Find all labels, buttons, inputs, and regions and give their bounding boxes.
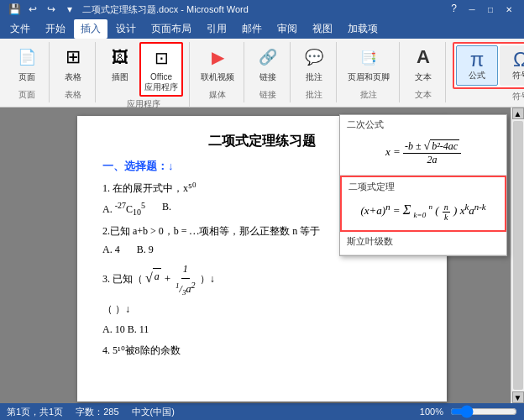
zoom-slider[interactable] <box>450 405 517 418</box>
scroll-up-button[interactable]: ▲ <box>512 108 524 119</box>
link-button[interactable]: 🔗 链接 <box>251 42 285 86</box>
menu-mail[interactable]: 邮件 <box>235 19 269 39</box>
menu-home[interactable]: 开始 <box>39 19 72 39</box>
menu-file[interactable]: 文件 <box>3 19 37 39</box>
ribbon-group-links: 🔗 链接 链接 <box>246 42 291 102</box>
redo-icon[interactable]: ↪ <box>44 2 59 17</box>
symbol-button[interactable]: Ω 符号 <box>500 45 524 86</box>
status-right: 100% <box>420 405 517 418</box>
help-icon[interactable]: ? <box>446 3 462 16</box>
page-info: 第1页，共1页 <box>7 406 63 418</box>
table-button[interactable]: ⊞ 表格 <box>56 42 90 86</box>
fourier-section[interactable]: 斯立叶级数 <box>340 232 506 255</box>
ribbon-group-illustrations: 🖼 插图 ⊡ Office应用程序 应用程序 <box>97 42 190 112</box>
maximize-button[interactable]: □ <box>482 3 499 16</box>
ribbon-group-table: ⊞ 表格 表格 <box>51 42 96 102</box>
language: 中文(中国) <box>132 406 175 418</box>
fourier-title: 斯立叶级数 <box>347 235 500 248</box>
ribbon-pages-buttons: 📄 页面 <box>10 42 44 87</box>
binomial-theorem-display: (x+a)n = Σ k=0 n ( n k ) xkan-k <box>348 197 498 227</box>
menu-references[interactable]: 引用 <box>200 19 233 39</box>
scroll-thumb[interactable] <box>513 121 523 390</box>
title-text: 二项式定理练习题.docx - Microsoft Word <box>82 3 249 16</box>
page-button[interactable]: 📄 页面 <box>10 42 44 86</box>
save-icon[interactable]: 💾 <box>7 2 22 17</box>
binomial-theorem-section[interactable]: 二项式定理 (x+a)n = Σ k=0 n ( n k ) xkan-k <box>340 176 506 232</box>
text-group-label: 文本 <box>415 89 432 101</box>
omega-icon: Ω <box>513 50 524 70</box>
table-label: 表格 <box>65 71 81 83</box>
question-3-options: A. 10 B. 11 <box>102 322 422 338</box>
office-icon: ⊡ <box>149 45 174 71</box>
vertical-scrollbar[interactable]: ▲ ▼ <box>511 108 524 403</box>
ribbon-text-buttons: A 文本 <box>406 42 440 87</box>
links-group-label: 链接 <box>259 89 276 101</box>
undo-icon[interactable]: ↩ <box>25 2 40 17</box>
q1-option-b: B. <box>162 201 171 217</box>
text-button[interactable]: A 文本 <box>406 42 440 86</box>
header-footer-label: 页眉和页脚 <box>348 71 390 83</box>
menu-view[interactable]: 视图 <box>306 19 339 39</box>
menu-addins[interactable]: 加载项 <box>341 19 385 39</box>
formula-panel: 二次公式 x = -b ± √b²-4ac 2a 二项式定理 (x+a)n = … <box>339 114 507 256</box>
page-label: 页面 <box>18 71 35 83</box>
menu-page-layout[interactable]: 页面布局 <box>144 19 198 39</box>
formula-button[interactable]: π 公式 <box>456 45 498 86</box>
table-group-label: 表格 <box>65 89 81 101</box>
ribbon-group-pages: 📄 页面 页面 <box>5 42 50 102</box>
page-icon: 📄 <box>14 45 39 70</box>
scroll-down-button[interactable]: ▼ <box>512 391 524 403</box>
pages-group-label: 页面 <box>18 89 35 101</box>
customize-icon[interactable]: ▾ <box>62 2 77 17</box>
header-footer-group-label: 批注 <box>360 89 377 101</box>
comment-label: 批注 <box>306 71 322 83</box>
ribbon-group-header-footer: 📑 页眉和页脚 批注 <box>338 42 400 102</box>
video-label: 联机视频 <box>201 71 234 83</box>
title-bar-controls: ? ─ □ ✕ <box>446 3 517 16</box>
office-apps-button[interactable]: ⊡ Office应用程序 <box>139 42 183 97</box>
ribbon-comments-buttons: 💬 批注 <box>297 42 331 87</box>
online-video-button[interactable]: ▶ 联机视频 <box>196 42 238 86</box>
quadratic-formula-section[interactable]: 二次公式 x = -b ± √b²-4ac 2a <box>340 115 506 176</box>
link-icon: 🔗 <box>255 45 280 70</box>
comment-button[interactable]: 💬 批注 <box>297 42 331 86</box>
illustration-button[interactable]: 🖼 插图 <box>103 42 137 86</box>
q1-option-a: A. -27C105 <box>102 201 145 217</box>
menu-bar: 文件 开始 插入 设计 页面布局 引用 邮件 审阅 视图 加载项 <box>0 18 524 39</box>
minimize-button[interactable]: ─ <box>464 3 480 16</box>
ribbon-group-symbols: π 公式 Ω 符号 # 编号 符号 <box>448 42 524 104</box>
close-button[interactable]: ✕ <box>500 3 517 16</box>
menu-review[interactable]: 审阅 <box>270 19 304 39</box>
table-icon: ⊞ <box>60 45 86 70</box>
pi-icon: π <box>470 50 485 70</box>
ribbon-group-media: ▶ 联机视频 媒体 <box>191 42 244 102</box>
document-area: 二项式定理练习题 一、选择题：↓ 1. 在的展开式中，x⁵0 A. -27C10… <box>0 108 524 403</box>
media-group-label: 媒体 <box>209 89 226 101</box>
link-label: 链接 <box>259 71 276 83</box>
header-footer-button[interactable]: 📑 页眉和页脚 <box>343 42 394 86</box>
formula-label: 公式 <box>469 70 485 81</box>
quick-access-toolbar: 💾 ↩ ↪ ▾ <box>7 2 77 17</box>
office-label: Office应用程序 <box>144 72 178 93</box>
ribbon-table-buttons: ⊞ 表格 <box>56 42 90 87</box>
title-bar: 💾 ↩ ↪ ▾ 二项式定理练习题.docx - Microsoft Word ?… <box>0 0 524 18</box>
menu-insert[interactable]: 插入 <box>74 19 107 39</box>
q3-options: （ ）↓ <box>102 302 422 317</box>
menu-design[interactable]: 设计 <box>109 19 143 39</box>
text-label: 文本 <box>415 71 432 83</box>
word-count: 字数：285 <box>76 406 118 418</box>
symbol-group-container: π 公式 Ω 符号 # 编号 <box>453 42 524 89</box>
ribbon-links-buttons: 🔗 链接 <box>251 42 285 87</box>
title-bar-left: 💾 ↩ ↪ ▾ 二项式定理练习题.docx - Microsoft Word <box>7 2 249 17</box>
picture-icon: 🖼 <box>107 45 133 70</box>
ribbon: 📄 页面 页面 ⊞ 表格 表格 🖼 插图 ⊡ Office应用程序 应用 <box>0 39 524 108</box>
question-3-partial: 3. 已知（ √ a + 1 1/3a2 ）↓ <box>102 261 422 298</box>
illustration-label: 插图 <box>112 71 128 83</box>
quadratic-formula-display: x = -b ± √b²-4ac 2a <box>347 134 500 171</box>
binomial-theorem-title: 二项式定理 <box>348 181 498 193</box>
q2-option-a: A. 4 <box>102 244 120 256</box>
video-icon: ▶ <box>205 45 230 70</box>
ribbon-illustrations-buttons: 🖼 插图 ⊡ Office应用程序 <box>103 42 183 97</box>
comments-group-label: 批注 <box>306 89 322 101</box>
text-icon: A <box>411 45 436 70</box>
